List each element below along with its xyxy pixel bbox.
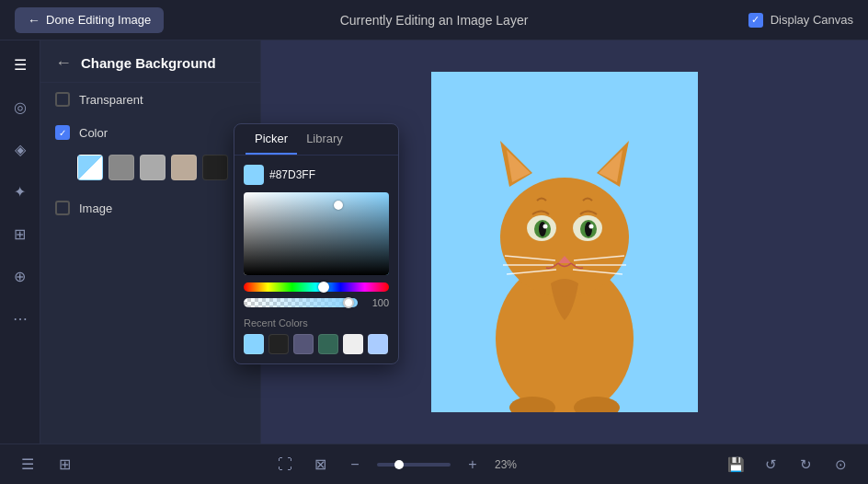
image-option[interactable]: Image	[40, 191, 260, 225]
grid-view-icon[interactable]: ⊞	[51, 452, 77, 478]
hue-thumb[interactable]	[318, 282, 329, 293]
bottom-right: 💾 ↺ ↻ ⊙	[723, 452, 853, 478]
recent-swatch-1[interactable]	[268, 334, 289, 354]
hue-slider-wrap	[244, 282, 389, 292]
recent-swatch-5[interactable]	[368, 334, 388, 354]
panel-header: ← Change Background	[40, 40, 260, 83]
transparent-checkbox[interactable]	[55, 92, 70, 107]
sidebar-item-fill[interactable]: ◈	[7, 136, 33, 162]
svg-point-13	[543, 225, 548, 229]
sidebar-item-effects[interactable]: ✦	[7, 179, 33, 204]
image-label: Image	[79, 202, 112, 215]
transparent-label: Transparent	[79, 93, 143, 107]
zoom-in-icon[interactable]: +	[460, 452, 485, 478]
layers-icon[interactable]: ☰	[15, 452, 40, 478]
hex-input[interactable]	[269, 168, 399, 181]
hue-slider[interactable]	[244, 282, 389, 292]
alpha-value: 100	[363, 297, 389, 308]
sidebar-item-share[interactable]: ⊕	[7, 263, 33, 289]
bottom-center: ⛶ ⊠ − + 23%	[77, 452, 723, 478]
recent-swatch-2[interactable]	[293, 334, 314, 354]
display-canvas-wrap: ✓ Display Canvas	[748, 13, 853, 28]
display-canvas-checkbox[interactable]: ✓	[748, 13, 763, 28]
picker-body: ✏ ⊞ +	[234, 156, 398, 363]
swatch-gray[interactable]	[108, 155, 134, 180]
panel-title: Change Background	[81, 55, 216, 71]
svg-point-14	[589, 225, 594, 229]
sidebar-item-eye[interactable]: ◎	[7, 94, 33, 120]
page-title: Currently Editing an Image Layer	[340, 13, 529, 28]
recent-colors-section: Recent Colors	[244, 317, 389, 354]
save-icon[interactable]: 💾	[723, 452, 748, 478]
top-bar: ← Done Editing Image Currently Editing a…	[0, 0, 868, 40]
history-button[interactable]: ⊙	[828, 452, 853, 478]
redo-button[interactable]: ↻	[793, 452, 818, 478]
alpha-track: 100	[244, 297, 389, 308]
color-picker-popup: Picker Library ✏ ⊞ +	[234, 123, 399, 364]
recent-swatch-0[interactable]	[244, 334, 264, 354]
zoom-slider[interactable]	[377, 463, 451, 467]
display-canvas-label: Display Canvas	[771, 13, 853, 27]
tab-picker[interactable]: Picker	[246, 124, 297, 155]
transparent-option[interactable]: Transparent	[40, 83, 260, 116]
tab-library[interactable]: Library	[297, 124, 352, 155]
swatch-blue-white[interactable]	[77, 155, 103, 180]
swatch-lightgray[interactable]	[140, 155, 166, 180]
picker-tabs: Picker Library	[234, 124, 398, 156]
zoom-thumb[interactable]	[394, 460, 404, 469]
done-button-label: Done Editing Image	[46, 13, 151, 27]
recent-swatches	[244, 334, 389, 354]
back-arrow-icon: ←	[28, 13, 40, 28]
done-editing-button[interactable]: ← Done Editing Image	[15, 7, 164, 33]
svg-point-11	[539, 222, 546, 236]
color-swatches-row	[40, 149, 260, 191]
undo-button[interactable]: ↺	[758, 452, 783, 478]
zoom-out-icon[interactable]: −	[342, 452, 368, 478]
compress-icon[interactable]: ⊠	[307, 452, 333, 478]
current-color-dot[interactable]	[244, 165, 264, 185]
gradient-canvas[interactable]	[244, 192, 389, 275]
alpha-slider[interactable]	[244, 298, 358, 307]
gradient-handle[interactable]	[334, 201, 343, 210]
color-checkbox[interactable]: ✓	[55, 125, 70, 140]
swatch-black[interactable]	[202, 155, 228, 180]
main-area: ☰ ◎ ◈ ✦ ⊞ ⊕ ⋯ ← Change Background Transp…	[0, 40, 868, 444]
svg-point-12	[585, 222, 592, 236]
recent-colors-label: Recent Colors	[244, 317, 389, 328]
zoom-percent: 23%	[495, 458, 528, 471]
icon-sidebar: ☰ ◎ ◈ ✦ ⊞ ⊕ ⋯	[0, 40, 40, 444]
sidebar-item-layers[interactable]: ☰	[7, 52, 33, 77]
recent-swatch-3[interactable]	[318, 334, 338, 354]
cat-image	[431, 72, 698, 412]
alpha-thumb[interactable]	[343, 297, 354, 308]
bottom-bar: ☰ ⊞ ⛶ ⊠ − + 23% 💾 ↺ ↻ ⊙	[0, 444, 868, 484]
gradient-dark	[244, 192, 389, 275]
expand-icon[interactable]: ⛶	[272, 452, 298, 478]
sidebar-item-misc[interactable]: ⋯	[7, 305, 33, 331]
recent-swatch-4[interactable]	[343, 334, 363, 354]
hex-row: ✏ ⊞ +	[244, 165, 389, 185]
bottom-left: ☰ ⊞	[15, 452, 77, 478]
color-label: Color	[79, 126, 108, 140]
swatch-tan[interactable]	[171, 155, 197, 180]
background-panel: ← Change Background Transparent ✓ Color …	[40, 40, 261, 444]
image-checkbox[interactable]	[55, 201, 70, 215]
color-option[interactable]: ✓ Color	[40, 116, 260, 149]
sidebar-item-grid[interactable]: ⊞	[7, 221, 33, 247]
panel-back-button[interactable]: ←	[55, 53, 72, 73]
